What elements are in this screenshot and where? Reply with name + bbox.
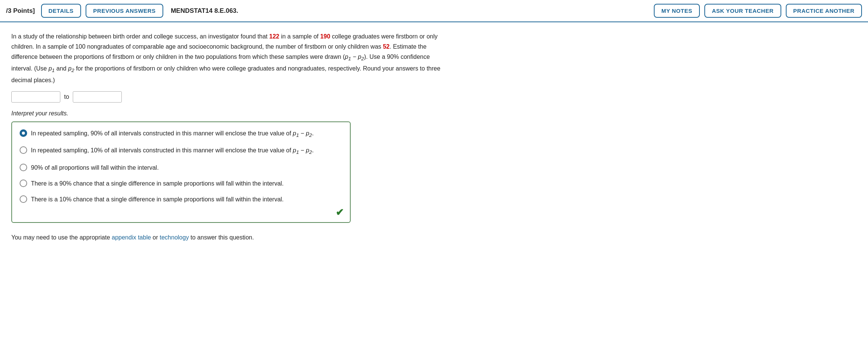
radio-5[interactable] — [20, 195, 27, 203]
problem-mid1: in a sample of — [279, 33, 321, 40]
choice-row-2: In repeated sampling, 10% of all interva… — [20, 146, 342, 156]
choice-2-text: In repeated sampling, 10% of all interva… — [31, 146, 314, 156]
math-p2: p2 — [68, 65, 74, 72]
footer-pre: You may need to use the appropriate — [11, 234, 112, 241]
footer-mid: or — [151, 234, 159, 241]
radio-2[interactable] — [20, 146, 27, 154]
choices-box: In repeated sampling, 90% of all interva… — [11, 121, 351, 222]
details-button[interactable]: DETAILS — [41, 4, 81, 18]
ask-teacher-button[interactable]: ASK YOUR TEACHER — [704, 4, 781, 18]
radio-1[interactable] — [20, 129, 27, 137]
top-bar: /3 Points] DETAILS PREVIOUS ANSWERS MEND… — [0, 0, 868, 22]
interpret-label: Interpret your results. — [11, 110, 441, 117]
problem-mid6: for the proportions of firstborn or only… — [11, 65, 440, 83]
radio-3[interactable] — [20, 164, 27, 171]
points-label: /3 Points] — [6, 7, 35, 15]
content-area: In a study of the relationship between b… — [0, 22, 452, 249]
to-label: to — [64, 94, 69, 100]
math-p1-minus-p2: p1 − p2 — [345, 54, 364, 60]
answer-row: to — [11, 91, 441, 103]
choice-4-text: There is a 90% chance that a single diff… — [31, 179, 284, 188]
problem-mid5: and — [55, 65, 68, 72]
answer-input-1[interactable] — [11, 91, 60, 103]
answer-input-2[interactable] — [73, 91, 122, 103]
number-122: 122 — [269, 33, 279, 40]
footer-post: to answer this question. — [189, 234, 254, 241]
checkmark-icon: ✔ — [336, 207, 344, 218]
choice-3-text: 90% of all proportions will fall within … — [31, 163, 159, 172]
number-190: 190 — [320, 33, 330, 40]
radio-4[interactable] — [20, 180, 27, 187]
number-52: 52 — [383, 43, 390, 50]
choice-row-1: In repeated sampling, 90% of all interva… — [20, 129, 342, 139]
previous-answers-button[interactable]: PREVIOUS ANSWERS — [86, 4, 163, 18]
footer-text: You may need to use the appropriate appe… — [11, 234, 441, 241]
appendix-table-link[interactable]: appendix table — [112, 234, 151, 241]
problem-intro: In a study of the relationship between b… — [11, 33, 269, 40]
my-notes-button[interactable]: MY NOTES — [654, 4, 700, 18]
choice-row-5: There is a 10% chance that a single diff… — [20, 195, 342, 204]
problem-id: MENDSTAT14 8.E.063. — [171, 7, 238, 15]
choice-5-text: There is a 10% chance that a single diff… — [31, 195, 284, 204]
choice-1-text: In repeated sampling, 90% of all interva… — [31, 129, 314, 139]
practice-another-button[interactable]: PRACTICE ANOTHER — [786, 4, 862, 18]
choice-row-4: There is a 90% chance that a single diff… — [20, 179, 342, 188]
math-p1: p1 — [49, 65, 55, 72]
technology-link[interactable]: technology — [159, 234, 189, 241]
choice-row-3: 90% of all proportions will fall within … — [20, 163, 342, 172]
problem-text: In a study of the relationship between b… — [11, 31, 441, 85]
